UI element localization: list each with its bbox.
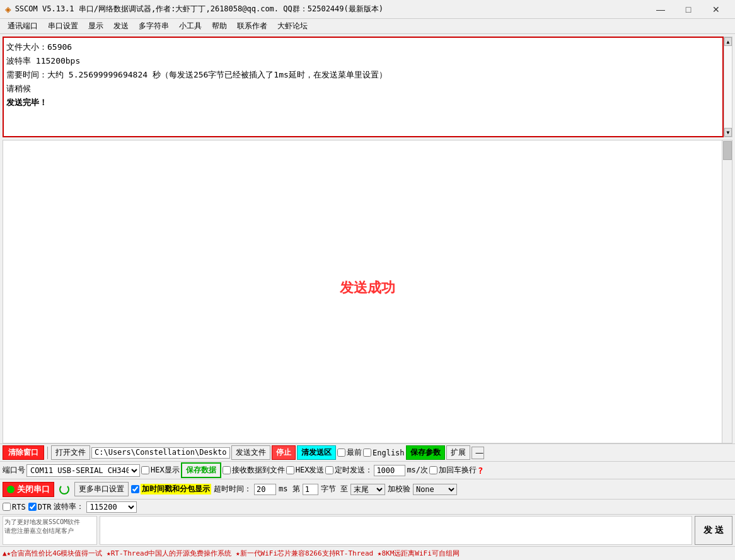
send-text-input[interactable] [100,516,692,545]
bottom-controls: 清除窗口 打开文件 发送文件 停止 清发送区 最前 English 保存参数 扩… [0,443,735,546]
display-scrollbar[interactable] [722,140,732,443]
menu-comm-port[interactable]: 通讯端口 [3,20,43,33]
timed-send-text: 定时发送： [335,465,373,476]
file-path-input[interactable] [91,447,230,459]
dash-button[interactable]: — [472,447,484,459]
menu-contact[interactable]: 联系作者 [232,20,272,33]
add-crlf-checkbox[interactable] [429,466,437,474]
byte-value-input[interactable] [303,484,318,495]
expand-button[interactable]: 扩展 [446,445,470,460]
hex-display-text: HEX显示 [151,465,180,476]
recv-to-file-checkbox[interactable] [223,466,231,474]
english-label: English [373,449,405,457]
save-data-button[interactable]: 保存数据 [181,462,221,478]
bottom-row: RTS DTR 波特率： 115200 为了更好地发展SSCOM软件 请 [0,500,735,546]
titlebar: ◈ SSCOM V5.13.1 串口/网络数据调试器,作者:大虾丁丁,26180… [0,0,735,19]
rts-text: RTS [12,503,26,511]
sep1 [47,447,48,459]
timeout-input[interactable] [254,484,276,495]
title-text: SSCOM V5.13.1 串口/网络数据调试器,作者:大虾丁丁,2618058… [15,4,647,14]
english-checkbox-label[interactable]: English [363,449,405,457]
hex-send-checkbox[interactable] [286,466,294,474]
send-button[interactable]: 发 送 [695,516,732,545]
display-scroll-thumb[interactable] [723,141,732,160]
open-file-button[interactable]: 打开文件 [51,445,90,460]
menu-display[interactable]: 显示 [83,20,108,33]
toolbar-row-3: 关闭串口 更多串口设置 加时间戳和分包显示 超时时间： ms 第 字节 至 末尾… [0,479,735,500]
log-area: 文件大小：65906 波特率 115200bps 需要时间：大约 5.25699… [3,37,724,137]
timed-send-checkbox[interactable] [325,466,333,474]
save-params-button[interactable]: 保存参数 [406,445,445,460]
log-line-3: 需要时间：大约 5.25699999694824 秒（每发送256字节已经被插入… [6,68,720,82]
log-line-5: 发送完毕！ [6,96,720,110]
menu-multistring[interactable]: 多字符串 [134,20,174,33]
clear-window-button[interactable]: 清除窗口 [3,445,44,460]
ticker-text: ▲★合宙高性价比4G模块值得一试 ★RT-Thread中国人的开源免费操作系统 … [3,549,460,558]
toolbar-row-2: 端口号 COM11 USB-SERIAL CH340 HEX显示 保存数据 接收… [0,462,735,479]
display-area: 发送成功 [3,140,732,443]
recv-to-file-label[interactable]: 接收数据到文件 [223,465,285,476]
main-content: 文件大小：65906 波特率 115200bps 需要时间：大约 5.25699… [0,34,735,546]
clear-send-area-button[interactable]: 清发送区 [297,445,336,460]
close-button[interactable]: ✕ [702,0,730,19]
end-select[interactable]: 末尾 [350,484,385,495]
window-controls: — □ ✕ [647,0,730,19]
log-scrollbar[interactable]: ▲ ▼ [724,37,732,137]
byte-label: 字节 至 [321,484,348,494]
send-input-area: 为了更好地发展SSCOM软件 请您注册嘉立创结尾客户 发 送 [0,515,735,546]
timed-send-label[interactable]: 定时发送： [325,465,373,476]
send-section: RTS DTR 波特率： 115200 为了更好地发展SSCOM软件 请 [0,500,735,546]
timed-unit-text: ms/次 [407,465,428,476]
menubar: 通讯端口 串口设置 显示 发送 多字符串 小工具 帮助 联系作者 大虾论坛 [0,19,735,34]
log-line-2: 波特率 115200bps [6,54,720,68]
add-crlf-label[interactable]: 加回车换行 [429,465,477,476]
minimize-button[interactable]: — [647,0,674,19]
toolbar-row-1: 清除窗口 打开文件 发送文件 停止 清发送区 最前 English 保存参数 扩… [0,444,735,462]
rts-label[interactable]: RTS [3,503,26,511]
baud-select[interactable]: 115200 [86,501,137,513]
add-crlf-text: 加回车换行 [439,465,477,476]
send-file-button[interactable]: 发送文件 [231,445,270,460]
more-port-button[interactable]: 更多串口设置 [74,482,129,496]
timed-value-input[interactable] [374,465,405,476]
hex-display-label[interactable]: HEX显示 [141,465,180,476]
log-area-wrap: 文件大小：65906 波特率 115200bps 需要时间：大约 5.25699… [3,37,732,137]
hex-display-checkbox[interactable] [141,466,149,474]
checksum-select[interactable]: None [413,484,457,495]
refresh-port-icon[interactable] [59,484,69,494]
timeout-unit: ms 第 [279,484,300,494]
last-checkbox[interactable] [337,449,345,457]
menu-send[interactable]: 发送 [108,20,134,33]
dtr-checkbox[interactable] [28,503,37,511]
menu-help[interactable]: 帮助 [207,20,232,33]
menu-tools[interactable]: 小工具 [174,20,207,33]
close-port-area[interactable]: 关闭串口 [3,482,54,497]
recv-to-file-text: 接收数据到文件 [232,465,285,476]
log-line-4: 请稍候 [6,82,720,96]
hex-send-text: HEX发送 [296,465,325,476]
scroll-up-arrow[interactable]: ▲ [724,37,732,46]
rts-checkbox[interactable] [3,503,11,511]
advert-area: 为了更好地发展SSCOM软件 请您注册嘉立创结尾客户 [3,516,97,545]
scroll-track[interactable] [724,46,732,128]
close-port-button[interactable]: 关闭串口 [17,484,50,495]
dtr-label[interactable]: DTR [28,503,52,511]
hex-send-label[interactable]: HEX发送 [286,465,325,476]
toolbar-row-4: RTS DTR 波特率： 115200 [0,500,735,515]
maximize-button[interactable]: □ [674,0,702,19]
timestamp-checkbox[interactable] [131,485,139,493]
last-label: 最前 [347,447,362,458]
checksum-label: 加校验 [388,484,410,494]
advert-line-1: 为了更好地发展SSCOM软件 [4,518,95,527]
question-mark-icon: ? [478,466,483,476]
stop-button[interactable]: 停止 [272,445,296,460]
last-checkbox-label[interactable]: 最前 [337,447,362,458]
app-icon: ◈ [5,3,11,15]
port-select[interactable]: COM11 USB-SERIAL CH340 [26,464,140,477]
english-checkbox[interactable] [363,449,371,457]
success-message: 发送成功 [340,278,395,297]
menu-port-settings[interactable]: 串口设置 [43,20,83,33]
scroll-down-arrow[interactable]: ▼ [724,128,732,137]
timestamp-label[interactable]: 加时间戳和分包显示 [131,484,211,494]
menu-forum[interactable]: 大虾论坛 [272,20,313,33]
